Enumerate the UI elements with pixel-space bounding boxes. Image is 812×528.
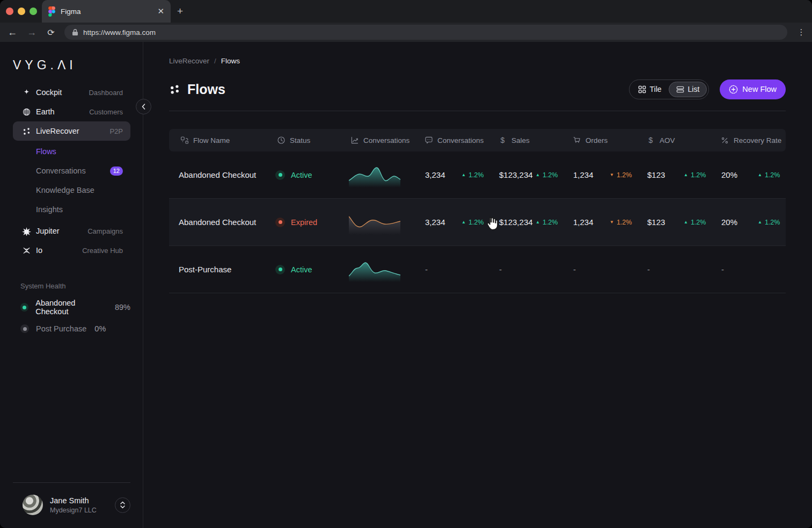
app-root: VYG.ΛI Cockpit Dashboard Earth <box>0 42 812 528</box>
new-tab-button[interactable]: + <box>177 6 183 16</box>
aov-cell: $123 1.2% <box>645 170 719 179</box>
conversations-cell: 3,234 1.2% <box>423 170 497 179</box>
column-header-conversations-chart[interactable]: Conversations <box>349 136 423 145</box>
column-label: Conversations <box>437 136 484 144</box>
sidebar-item-insights[interactable]: Insights <box>13 200 130 219</box>
column-header-recovery-rate[interactable]: Recovery Rate <box>719 136 786 145</box>
status-dot-icon <box>20 324 29 333</box>
metric-change-up: 1.2% <box>758 219 780 226</box>
close-tab-icon[interactable]: ✕ <box>157 6 164 16</box>
sidebar-item-sublabel: P2P <box>109 127 123 135</box>
view-toggle: Tile List <box>629 79 709 99</box>
orders-cell: 1,234 1.2% <box>571 218 645 227</box>
flow-name: Post-Purchase <box>179 265 275 274</box>
system-health-label: Abandoned Checkout <box>35 299 107 316</box>
url-text: https://www.figma.com <box>83 28 156 37</box>
metric-change-up: 1.2% <box>758 171 780 179</box>
sidebar-collapse-button[interactable] <box>136 99 151 114</box>
tile-view-label: Tile <box>650 85 662 93</box>
metric-value: 20% <box>721 170 758 179</box>
globe-icon <box>21 107 31 117</box>
column-label: Status <box>290 136 310 144</box>
browser-tab-figma[interactable]: Figma ✕ <box>42 0 171 23</box>
sub-item-label: Insights <box>36 205 63 214</box>
metric-value: 1,234 <box>573 218 610 227</box>
system-health-label: Post Purchase <box>36 324 86 333</box>
status-badge: Active <box>275 265 349 274</box>
sidebar-item-io[interactable]: Io Creative Hub <box>13 241 130 260</box>
sales-cell: $123,234 1.2% <box>497 218 571 227</box>
conversations-sparkline <box>349 163 423 187</box>
column-header-orders[interactable]: Orders <box>571 136 645 145</box>
column-header-conversations[interactable]: Conversations <box>423 136 497 145</box>
user-area: Jane Smith Mydesign7 LLC <box>13 482 130 528</box>
chat-bubble-icon <box>424 136 433 145</box>
dots-x-icon <box>21 126 31 136</box>
account-switcher-button[interactable] <box>115 497 130 513</box>
avatar <box>23 495 43 515</box>
metric-value: - <box>573 265 610 274</box>
column-label: Sales <box>511 136 530 144</box>
list-view-button[interactable]: List <box>669 82 707 97</box>
sidebar-item-jupiter[interactable]: Jupiter Campaigns <box>13 221 130 241</box>
browser-menu-icon[interactable]: ⋮ <box>797 27 806 37</box>
sidebar-item-earth[interactable]: Earth Customers <box>13 102 130 121</box>
lock-icon <box>72 28 78 36</box>
reload-button[interactable]: ⟳ <box>45 27 57 38</box>
column-label: Conversations <box>363 136 409 144</box>
plus-circle-icon <box>729 85 738 94</box>
sidebar-item-liverecover[interactable]: LiveRecover P2P <box>13 121 130 141</box>
conversations-cell: 3,234 1.2% <box>423 218 497 227</box>
breadcrumb-current: Flows <box>221 57 240 65</box>
metric-value: 3,234 <box>425 170 462 179</box>
new-flow-button[interactable]: New Flow <box>720 79 786 99</box>
user-profile[interactable]: Jane Smith Mydesign7 LLC <box>13 483 130 528</box>
table-row[interactable]: Abandoned Checkout Active 3,234 1.2% <box>169 151 786 199</box>
system-health-item: Abandoned Checkout 89% <box>13 299 130 316</box>
tile-view-button[interactable]: Tile <box>631 82 669 97</box>
conversations-sparkline <box>349 257 423 282</box>
zoom-window-button[interactable] <box>30 8 37 15</box>
status-badge: Expired <box>275 218 349 227</box>
metric-value: 1,234 <box>573 170 610 179</box>
sidebar-item-cockpit[interactable]: Cockpit Dashboard <box>13 83 130 102</box>
tab-title: Figma <box>61 8 152 16</box>
column-label: Orders <box>586 136 608 144</box>
sparkle-icon <box>21 88 31 97</box>
column-header-sales[interactable]: $ Sales <box>497 136 571 145</box>
sidebar-item-sublabel: Creative Hub <box>82 247 123 255</box>
metric-change-up: 1.2% <box>536 219 558 226</box>
status-dot-icon <box>275 218 285 227</box>
sidebar-item-conversations[interactable]: Conversations 12 <box>13 161 130 180</box>
column-header-status[interactable]: Status <box>275 136 349 145</box>
sidebar-item-flows[interactable]: Flows <box>13 142 130 161</box>
metric-value: $123,234 <box>499 170 536 179</box>
close-window-button[interactable] <box>6 8 13 15</box>
back-button[interactable]: ← <box>6 27 18 38</box>
conversations-cell: - <box>423 265 497 274</box>
window-controls[interactable] <box>6 8 37 15</box>
table-row[interactable]: Post-Purchase Active - <box>169 246 786 293</box>
sidebar-item-knowledge-base[interactable]: Knowledge Base <box>13 180 130 200</box>
list-view-label: List <box>688 85 700 93</box>
page-title: Flows <box>187 82 225 97</box>
conversations-count-badge: 12 <box>110 167 123 176</box>
address-bar[interactable]: https://www.figma.com <box>64 25 787 40</box>
new-flow-label: New Flow <box>742 85 777 93</box>
column-header-flow-name[interactable]: Flow Name <box>179 136 275 145</box>
page-header: Flows Tile <box>169 79 786 99</box>
sidebar: VYG.ΛI Cockpit Dashboard Earth <box>0 42 143 528</box>
divider <box>169 111 786 111</box>
figma-logo-icon <box>48 6 55 17</box>
metric-value: - <box>425 265 462 274</box>
sub-item-label: Conversations <box>36 167 86 175</box>
flow-name: Abandoned Checkout <box>179 218 275 227</box>
minimize-window-button[interactable] <box>18 8 25 15</box>
column-header-aov[interactable]: $ AOV <box>645 136 719 145</box>
sidebar-item-label: Io <box>36 246 42 255</box>
forward-button[interactable]: → <box>26 27 38 38</box>
table-row[interactable]: Abandoned Checkout Expired 3,234 1.2% <box>169 199 786 246</box>
breadcrumb-parent[interactable]: LiveRecover <box>169 57 209 65</box>
sub-item-label: Knowledge Base <box>36 186 94 194</box>
system-health-title: System Health <box>13 282 130 290</box>
